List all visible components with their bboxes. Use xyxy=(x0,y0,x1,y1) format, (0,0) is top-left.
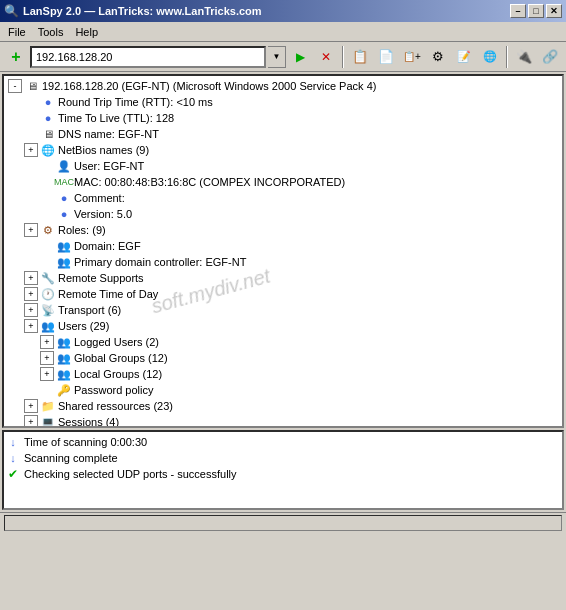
item-label: Sessions (4) xyxy=(58,416,119,428)
expand-icon[interactable]: + xyxy=(24,415,38,428)
circle-icon: ● xyxy=(40,94,56,110)
log-text: Scanning complete xyxy=(24,452,118,464)
arrow-down-icon: ↓ xyxy=(6,435,20,449)
add-host-button[interactable]: + xyxy=(4,45,28,69)
log-text: Checking selected UDP ports - successful… xyxy=(24,468,237,480)
list-item[interactable]: + 🔧 Remote Supports xyxy=(6,270,560,286)
item-label: Password policy xyxy=(74,384,153,396)
list-item[interactable]: ● Time To Live (TTL): 128 xyxy=(6,110,560,126)
connect-button[interactable]: 🔗 xyxy=(538,45,562,69)
item-label: Domain: EGF xyxy=(74,240,141,252)
tree-root[interactable]: - 🖥 192.168.128.20 (EGF-NT) (Microsoft W… xyxy=(6,78,560,94)
list-item[interactable]: MAC MAC: 00:80:48:B3:16:8C (COMPEX INCOR… xyxy=(6,174,560,190)
list-item[interactable]: ● Comment: xyxy=(6,190,560,206)
expand-icon[interactable]: + xyxy=(24,303,38,317)
circle-icon: ● xyxy=(56,206,72,222)
expand-icon[interactable]: + xyxy=(24,271,38,285)
domain-icon: 👥 xyxy=(56,238,72,254)
copy1-button[interactable]: 📋 xyxy=(348,45,372,69)
green-check-icon: ✔ xyxy=(6,467,20,481)
list-item[interactable]: + 👥 Global Groups (12) xyxy=(6,350,560,366)
item-label: Shared ressources (23) xyxy=(58,400,173,412)
status-bar xyxy=(0,512,566,532)
window-title: LanSpy 2.0 — LanTricks: www.LanTricks.co… xyxy=(23,5,262,17)
list-item[interactable]: 🔑 Password policy xyxy=(6,382,560,398)
log-item: ↓ Time of scanning 0:00:30 xyxy=(6,434,560,450)
close-button[interactable]: ✕ xyxy=(546,4,562,18)
logged-users-icon: 👥 xyxy=(56,334,72,350)
menu-help[interactable]: Help xyxy=(69,24,104,40)
title-bar: 🔍 LanSpy 2.0 — LanTricks: www.LanTricks.… xyxy=(0,0,566,22)
list-item[interactable]: ● Version: 5.0 xyxy=(6,206,560,222)
toolbar-sep-2 xyxy=(506,46,508,68)
list-item[interactable]: + 📡 Transport (6) xyxy=(6,302,560,318)
window-controls: – □ ✕ xyxy=(510,4,562,18)
expand-icon[interactable]: + xyxy=(24,287,38,301)
tree-panel[interactable]: - 🖥 192.168.128.20 (EGF-NT) (Microsoft W… xyxy=(2,74,564,428)
roles-icon: ⚙ xyxy=(40,222,56,238)
minimize-button[interactable]: – xyxy=(510,4,526,18)
expand-icon[interactable]: + xyxy=(24,399,38,413)
menu-file[interactable]: File xyxy=(2,24,32,40)
maximize-button[interactable]: □ xyxy=(528,4,544,18)
export-html-button[interactable]: 🌐 xyxy=(478,45,502,69)
expand-icon[interactable]: + xyxy=(24,143,38,157)
address-dropdown[interactable]: ▼ xyxy=(268,46,286,68)
item-label: Primary domain controller: EGF-NT xyxy=(74,256,246,268)
item-label: Logged Users (2) xyxy=(74,336,159,348)
export-txt-button[interactable]: 📝 xyxy=(452,45,476,69)
expand-icon[interactable]: + xyxy=(24,319,38,333)
transport-icon: 📡 xyxy=(40,302,56,318)
expand-icon[interactable]: + xyxy=(40,351,54,365)
go-button[interactable]: ▶ xyxy=(288,45,312,69)
root-expand-icon[interactable]: - xyxy=(8,79,22,93)
item-label: Version: 5.0 xyxy=(74,208,132,220)
list-item[interactable]: ● Round Trip Time (RTT): <10 ms xyxy=(6,94,560,110)
item-label: Comment: xyxy=(74,192,125,204)
stop-button[interactable]: ✕ xyxy=(314,45,338,69)
expand-icon[interactable]: + xyxy=(24,223,38,237)
global-groups-icon: 👥 xyxy=(56,350,72,366)
list-item[interactable]: + 👥 Users (29) xyxy=(6,318,560,334)
list-item[interactable]: + ⚙ Roles: (9) xyxy=(6,222,560,238)
menu-tools[interactable]: Tools xyxy=(32,24,70,40)
log-panel: ↓ Time of scanning 0:00:30 ↓ Scanning co… xyxy=(2,430,564,510)
list-item[interactable]: + 🌐 NetBios names (9) xyxy=(6,142,560,158)
address-input[interactable] xyxy=(30,46,266,68)
list-item[interactable]: + 🕐 Remote Time of Day xyxy=(6,286,560,302)
list-item[interactable]: + 👥 Logged Users (2) xyxy=(6,334,560,350)
copy2-button[interactable]: 📄 xyxy=(374,45,398,69)
copy3-button[interactable]: 📋+ xyxy=(400,45,424,69)
policy-icon: 🔑 xyxy=(56,382,72,398)
disconnect-button[interactable]: 🔌 xyxy=(512,45,536,69)
pdc-icon: 👥 xyxy=(56,254,72,270)
root-computer-icon: 🖥 xyxy=(24,78,40,94)
arrow-down-icon: ↓ xyxy=(6,451,20,465)
item-label: Transport (6) xyxy=(58,304,121,316)
item-label: NetBios names (9) xyxy=(58,144,149,156)
list-item[interactable]: + 💻 Sessions (4) xyxy=(6,414,560,428)
list-item[interactable]: 👥 Primary domain controller: EGF-NT xyxy=(6,254,560,270)
session-icon: 💻 xyxy=(40,414,56,428)
list-item[interactable]: 👥 Domain: EGF xyxy=(6,238,560,254)
list-item[interactable]: + 👥 Local Groups (12) xyxy=(6,366,560,382)
expand-icon[interactable]: + xyxy=(40,335,54,349)
item-label: Time To Live (TTL): 128 xyxy=(58,112,174,124)
user-icon: 👤 xyxy=(56,158,72,174)
circle-icon: ● xyxy=(56,190,72,206)
main-content: - 🖥 192.168.128.20 (EGF-NT) (Microsoft W… xyxy=(0,72,566,512)
scan-options-button[interactable]: ⚙ xyxy=(426,45,450,69)
list-item[interactable]: + 📁 Shared ressources (23) xyxy=(6,398,560,414)
toolbar-sep-1 xyxy=(342,46,344,68)
item-label: Global Groups (12) xyxy=(74,352,168,364)
circle-icon: ● xyxy=(40,110,56,126)
toolbar: + ▼ ▶ ✕ 📋 📄 📋+ ⚙ 📝 🌐 🔌 🔗 xyxy=(0,42,566,72)
log-item: ↓ Scanning complete xyxy=(6,450,560,466)
item-label: Remote Time of Day xyxy=(58,288,158,300)
list-item[interactable]: 👤 User: EGF-NT xyxy=(6,158,560,174)
dns-icon: 🖥 xyxy=(40,126,56,142)
log-text: Time of scanning 0:00:30 xyxy=(24,436,147,448)
expand-icon[interactable]: + xyxy=(40,367,54,381)
list-item[interactable]: 🖥 DNS name: EGF-NT xyxy=(6,126,560,142)
netbios-icon: 🌐 xyxy=(40,142,56,158)
